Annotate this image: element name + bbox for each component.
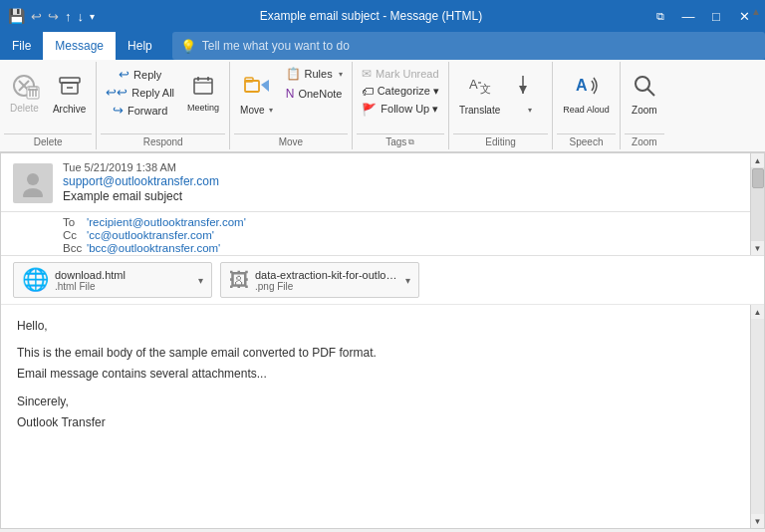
scroll-track (751, 167, 765, 241)
window-title: Example email subject - Message (HTML) (95, 9, 647, 23)
email-body: Hello, This is the email body of the sam… (1, 305, 750, 528)
cc-label: Cc (63, 229, 87, 241)
archive-label: Archive (53, 104, 86, 115)
move-icon (243, 73, 269, 103)
reply-button[interactable]: ↩ Reply (101, 66, 179, 83)
upload-icon[interactable]: ↑ (65, 9, 72, 24)
recipients-area: To 'recipient@outlooktransfer.com' Cc 'c… (1, 212, 750, 254)
mark-unread-button[interactable]: ✉ Mark Unread (357, 66, 444, 82)
delete-button[interactable]: Delete (4, 66, 45, 122)
body-scrollbar[interactable]: ▲ ▼ (750, 305, 764, 528)
email-body-area: Hello, This is the email body of the sam… (1, 305, 764, 528)
save-icon[interactable]: 💾 (8, 8, 25, 24)
tell-me-search[interactable]: 💡 Tell me what you want to do (172, 32, 765, 60)
move-col2: 📋 Rules ▾ N OneNote (281, 66, 348, 102)
read-aloud-button[interactable]: A Read Aloud (557, 66, 616, 122)
svg-marker-23 (519, 86, 527, 94)
move-label: Move (240, 105, 264, 116)
svg-line-26 (647, 89, 654, 96)
attachment-html[interactable]: 🌐 download.html .html File ▾ (13, 262, 212, 298)
rules-label: Rules (305, 68, 333, 80)
attachment-png-name: data-extraction-kit-for-outlook-screensh… (255, 269, 399, 281)
attachment-html-type: .html File (55, 281, 192, 292)
move-button[interactable]: Move ▾ (234, 66, 278, 122)
svg-point-25 (636, 77, 649, 91)
body-line-1: Hello, (17, 317, 734, 336)
delete-icon (12, 74, 36, 101)
window-controls: ⧉ — □ ✕ (647, 3, 757, 29)
cc-value: 'cc@outlooktransfer.com' (87, 229, 214, 241)
ribbon-group-respond: ↩ Reply ↩↩ Reply All ↪ Forward (97, 62, 230, 149)
read-aloud-label: Read Aloud (563, 105, 610, 115)
select-button[interactable]: ▾ (508, 66, 548, 122)
svg-text:A: A (469, 77, 478, 92)
menu-help-label: Help (128, 39, 152, 53)
email-header-area: Tue 5/21/2019 1:38 AM support@outlooktra… (1, 153, 764, 256)
speech-group-content: A Read Aloud (557, 66, 616, 132)
title-bar-left: 💾 ↩ ↪ ↑ ↓ ▾ (8, 8, 95, 24)
svg-text:文: 文 (480, 83, 491, 95)
reply-all-label: Reply All (131, 87, 174, 99)
minimize-button[interactable]: — (675, 3, 701, 29)
mark-unread-label: Mark Unread (376, 68, 439, 80)
translate-icon: A 文 (467, 73, 493, 103)
scroll-up-btn[interactable]: ▲ (751, 153, 765, 167)
download-icon[interactable]: ↓ (78, 9, 85, 24)
ribbon: Delete Archive Delete ↩ (0, 60, 765, 152)
zoom-button[interactable]: Zoom (625, 66, 664, 122)
tags-expand-icon[interactable]: ⧉ (408, 137, 414, 147)
categorize-button[interactable]: 🏷 Categorize ▾ (357, 83, 444, 100)
rules-arrow: ▾ (339, 70, 343, 79)
reply-all-button[interactable]: ↩↩ Reply All (101, 84, 179, 101)
scroll-down-btn[interactable]: ▼ (751, 241, 765, 255)
translate-button[interactable]: A 文 Translate (453, 66, 506, 122)
menu-message[interactable]: Message (43, 32, 116, 60)
onenote-button[interactable]: N OneNote (281, 86, 348, 102)
read-aloud-icon: A (574, 73, 600, 103)
ribbon-group-move: Move ▾ 📋 Rules ▾ N OneNote Move (230, 62, 353, 149)
attachments-area: 🌐 download.html .html File ▾ 🖼 data-extr… (1, 256, 764, 305)
header-scrollbar[interactable]: ▲ ▼ (750, 153, 764, 255)
move-dropdown-arrow: ▾ (269, 106, 273, 115)
follow-up-button[interactable]: 🚩 Follow Up ▾ (357, 101, 444, 118)
body-line-3: Email message contains several attachmen… (17, 365, 734, 384)
redo-icon[interactable]: ↪ (48, 9, 59, 24)
bcc-row: Bcc 'bcc@outlooktransfer.com' (63, 242, 738, 254)
move-group-content: Move ▾ 📋 Rules ▾ N OneNote (234, 66, 348, 132)
body-scroll-up[interactable]: ▲ (751, 305, 765, 319)
follow-up-label: Follow Up ▾ (381, 103, 438, 116)
email-header: Tue 5/21/2019 1:38 AM support@outlooktra… (1, 153, 750, 212)
menu-file[interactable]: File (0, 32, 43, 60)
email-container: Tue 5/21/2019 1:38 AM support@outlooktra… (0, 152, 765, 529)
reply-icon: ↩ (119, 68, 129, 81)
archive-button[interactable]: Archive (47, 66, 92, 122)
to-row: To 'recipient@outlooktransfer.com' (63, 216, 738, 228)
delete-group-label: Delete (4, 133, 92, 149)
to-value: 'recipient@outlooktransfer.com' (87, 216, 246, 228)
respond-col2: Meeting (181, 66, 225, 122)
sender-row: Tue 5/21/2019 1:38 AM support@outlooktra… (13, 161, 738, 203)
menu-help[interactable]: Help (116, 32, 164, 60)
attachment-png-arrow[interactable]: ▾ (405, 275, 410, 286)
meeting-button[interactable]: Meeting (181, 66, 225, 122)
maximize-button[interactable]: □ (703, 3, 729, 29)
rules-button[interactable]: 📋 Rules ▾ (281, 66, 348, 82)
attachment-html-arrow[interactable]: ▾ (198, 275, 203, 286)
forward-button[interactable]: ↪ Forward (101, 102, 179, 119)
attachment-png-info: data-extraction-kit-for-outlook-screensh… (255, 269, 399, 292)
avatar (13, 163, 53, 203)
forward-label: Forward (128, 105, 167, 117)
scroll-thumb[interactable] (752, 168, 764, 188)
ribbon-group-zoom: Zoom Zoom (621, 62, 668, 149)
svg-rect-17 (245, 78, 253, 82)
body-scroll-down[interactable]: ▼ (751, 514, 765, 528)
undo-icon[interactable]: ↩ (31, 9, 42, 24)
attachment-png-type: .png File (255, 281, 399, 292)
onenote-label: OneNote (298, 88, 342, 100)
restore-window-icon[interactable]: ⧉ (647, 3, 673, 29)
reply-all-icon: ↩↩ (106, 86, 128, 99)
ribbon-collapse-button[interactable]: ▲ (751, 4, 761, 18)
zoom-group-label: Zoom (625, 133, 664, 149)
attachment-png[interactable]: 🖼 data-extraction-kit-for-outlook-screen… (220, 262, 419, 298)
sender-email: support@outlooktransfer.com (63, 174, 738, 188)
